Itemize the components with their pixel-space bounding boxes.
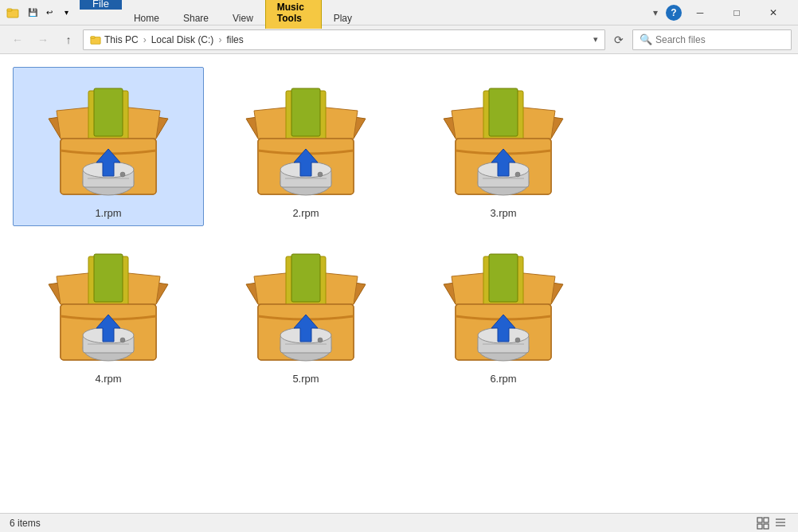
window-controls: ─ □ ✕ <box>682 0 792 25</box>
tab-play[interactable]: Play <box>322 9 364 29</box>
svg-rect-6 <box>94 88 123 136</box>
file-name-6: 6.rpm <box>490 373 516 385</box>
title-bar: 💾 ↩ ▾ File Home Share View Music Tools P… <box>0 0 798 25</box>
ribbon-tabs: File Home Share View Music Tools Play <box>80 0 364 28</box>
file-name-1: 1.rpm <box>95 207 121 219</box>
svg-rect-65 <box>764 518 769 522</box>
rpm-icon-3 <box>440 87 567 201</box>
svg-point-63 <box>515 338 520 342</box>
ribbon-collapse-btn[interactable]: ▾ <box>648 6 663 20</box>
navigation-bar: ← → ↑ This PC › Local Disk (C:) › files … <box>0 25 798 54</box>
quick-access-toolbar: 💾 ↩ ▾ <box>25 6 73 20</box>
file-name-5: 5.rpm <box>292 373 319 385</box>
folder-icon <box>6 6 19 19</box>
status-bar: 6 items <box>0 513 798 532</box>
large-icons-view-icon <box>757 517 769 530</box>
content-area: 1.rpm <box>0 54 798 513</box>
file-item-3[interactable]: 3.rpm <box>408 67 599 226</box>
details-view-btn[interactable] <box>773 515 788 531</box>
file-item-5[interactable]: 5.rpm <box>210 233 401 392</box>
address-folder-icon <box>90 34 101 45</box>
large-icons-view-btn[interactable] <box>755 515 771 531</box>
search-input[interactable] <box>655 34 784 45</box>
svg-rect-36 <box>94 254 123 302</box>
window-icon-area <box>6 6 19 19</box>
save-quick-btn[interactable]: 💾 <box>25 6 40 20</box>
breadcrumb-sep1: › <box>143 34 147 45</box>
tab-music-tools[interactable]: Music Tools <box>265 0 322 29</box>
svg-rect-67 <box>764 524 769 529</box>
tab-share[interactable]: Share <box>171 9 221 29</box>
tab-file[interactable]: File <box>80 0 122 10</box>
refresh-button[interactable]: ⟳ <box>608 29 629 50</box>
item-count: 6 items <box>10 518 41 529</box>
file-item-1[interactable]: 1.rpm <box>13 67 204 226</box>
forward-button[interactable]: → <box>32 29 54 51</box>
file-item-6[interactable]: 6.rpm <box>408 233 599 392</box>
svg-rect-56 <box>489 254 518 302</box>
undo-quick-btn[interactable]: ↩ <box>42 6 57 20</box>
svg-point-43 <box>120 338 125 342</box>
search-box[interactable]: 🔍 <box>632 29 792 50</box>
svg-point-53 <box>318 338 323 342</box>
maximize-button[interactable]: □ <box>718 0 755 25</box>
breadcrumb-files[interactable]: files <box>226 34 243 45</box>
details-view-icon <box>774 517 787 530</box>
file-item-2[interactable]: 2.rpm <box>210 67 401 226</box>
back-button[interactable]: ← <box>6 29 29 51</box>
breadcrumb-localdisk[interactable]: Local Disk (C:) <box>151 34 214 45</box>
close-button[interactable]: ✕ <box>755 0 792 25</box>
breadcrumb-thispc[interactable]: This PC <box>104 34 139 45</box>
search-icon: 🔍 <box>640 33 652 45</box>
svg-point-33 <box>515 172 520 177</box>
svg-rect-46 <box>291 254 320 302</box>
up-button[interactable]: ↑ <box>57 29 80 51</box>
svg-rect-66 <box>757 524 762 529</box>
svg-rect-26 <box>489 88 518 136</box>
tab-view[interactable]: View <box>221 9 265 29</box>
address-bar[interactable]: This PC › Local Disk (C:) › files ▾ <box>83 29 605 50</box>
file-name-2: 2.rpm <box>292 207 319 219</box>
svg-point-13 <box>120 172 125 177</box>
rpm-icon-5 <box>242 252 370 366</box>
quick-access-dropdown[interactable]: ▾ <box>59 6 73 20</box>
rpm-icon-2 <box>242 87 370 201</box>
svg-point-23 <box>318 172 323 177</box>
svg-rect-3 <box>91 36 95 38</box>
svg-rect-16 <box>291 88 320 136</box>
file-name-3: 3.rpm <box>490 207 516 219</box>
view-buttons <box>755 515 788 531</box>
rpm-icon-1 <box>45 87 172 201</box>
file-name-4: 4.rpm <box>95 373 121 385</box>
help-button[interactable]: ? <box>666 5 682 21</box>
file-item-4[interactable]: 4.rpm <box>13 233 204 392</box>
breadcrumb-sep2: › <box>218 34 221 45</box>
rpm-icon-4 <box>45 252 172 366</box>
minimize-button[interactable]: ─ <box>682 0 718 25</box>
tab-home[interactable]: Home <box>122 9 171 29</box>
address-dropdown-btn[interactable]: ▾ <box>593 34 598 45</box>
svg-rect-64 <box>757 518 762 522</box>
svg-rect-1 <box>7 9 12 11</box>
rpm-icon-6 <box>440 252 567 366</box>
